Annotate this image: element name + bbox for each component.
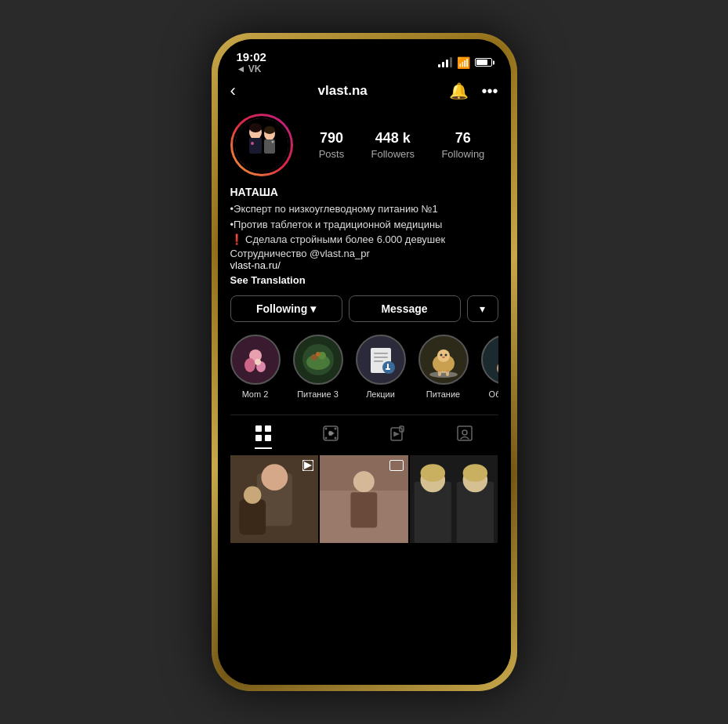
svg-point-74 (420, 464, 445, 482)
grid-item-3[interactable] (410, 455, 498, 544)
svg-rect-44 (265, 425, 271, 432)
highlight-pitanie[interactable]: Питание (418, 335, 469, 399)
nav-icons: 🔔 ••• (449, 81, 498, 100)
highlight-pitanie3[interactable]: Питание 3 (293, 335, 343, 399)
profile-name: НАТАША (230, 186, 498, 198)
highlight-label-pitanie3: Питание 3 (297, 389, 339, 399)
message-button[interactable]: Message (349, 295, 461, 322)
highlight-circle-pitanie (418, 335, 469, 385)
svg-point-69 (353, 471, 375, 492)
svg-rect-45 (255, 435, 262, 441)
svg-point-52 (334, 436, 336, 439)
dropdown-button[interactable]: ▾ (467, 295, 498, 322)
following-count: 76 (455, 130, 471, 147)
svg-rect-28 (386, 368, 390, 370)
battery-icon (475, 58, 492, 67)
svg-rect-24 (374, 357, 388, 358)
svg-point-36 (442, 357, 445, 358)
svg-point-9 (271, 141, 273, 143)
highlight-label-mom2: Mom 2 (242, 389, 269, 399)
avatar-wrapper (230, 114, 293, 176)
svg-point-35 (444, 353, 447, 356)
highlight-circle-mom2 (230, 335, 281, 385)
highlight-mom2[interactable]: Mom 2 (230, 335, 281, 399)
highlight-circle-obo-mne (481, 335, 498, 385)
highlight-circle-pitanie3 (293, 335, 343, 385)
status-left: 19:02 ◄ VK (237, 50, 266, 74)
svg-point-34 (440, 353, 442, 356)
tab-igtv[interactable] (364, 422, 432, 452)
signal-bar-3 (446, 60, 448, 67)
followers-count: 448 k (375, 130, 411, 147)
svg-point-7 (264, 126, 275, 134)
posts-label: Posts (319, 148, 345, 160)
igtv-icon (389, 425, 406, 446)
battery-fill (476, 60, 487, 65)
highlight-label-pitanie: Питание (426, 389, 460, 399)
profile-section: 790 Posts 448 k Followers 76 Following (218, 107, 511, 685)
highlight-obo-mne[interactable]: Обо мне (481, 335, 498, 399)
following-label: Following (441, 148, 484, 160)
avatar (235, 118, 288, 172)
svg-point-50 (334, 427, 336, 429)
photo-grid (230, 455, 498, 544)
profile-username: vlast.na (318, 83, 368, 99)
bottom-nav (230, 414, 498, 455)
bio-section: НАТАША •Эксперт по низкоуглеводному пита… (230, 186, 498, 286)
see-translation-button[interactable]: See Translation (230, 274, 498, 286)
svg-point-8 (251, 142, 254, 145)
svg-rect-46 (265, 435, 271, 441)
svg-point-64 (243, 486, 261, 504)
stat-following[interactable]: 76 Following (441, 130, 484, 160)
followers-label: Followers (371, 148, 415, 160)
reels-icon (322, 425, 339, 446)
posts-count: 790 (320, 130, 343, 147)
svg-point-6 (249, 123, 262, 132)
tab-grid[interactable] (230, 422, 298, 452)
notification-bell-icon[interactable]: 🔔 (449, 81, 469, 100)
tab-tagged[interactable] (431, 422, 498, 452)
svg-rect-3 (249, 138, 262, 154)
highlight-label-obo-mne: Обо мне (489, 389, 498, 399)
svg-rect-43 (255, 425, 262, 432)
status-back-label: ◄ VK (237, 63, 266, 74)
nav-bar: ‹ vlast.na 🔔 ••• (218, 78, 511, 107)
story-indicator-2 (389, 460, 404, 471)
svg-rect-23 (374, 353, 388, 354)
svg-rect-58 (458, 426, 472, 440)
signal-bar-4 (450, 57, 452, 67)
bio-line-2: •Против таблеток и традиционной медицины (230, 217, 498, 233)
stats-row: 790 Posts 448 k Followers 76 Following (306, 130, 498, 160)
svg-point-20 (316, 352, 321, 357)
svg-rect-70 (351, 492, 378, 527)
action-buttons: Following ▾ Message ▾ (230, 295, 498, 322)
svg-rect-63 (239, 499, 266, 534)
svg-marker-57 (394, 432, 400, 436)
svg-point-62 (261, 464, 288, 491)
tab-reels[interactable] (297, 422, 364, 452)
profile-top: 790 Posts 448 k Followers 76 Following (230, 114, 498, 176)
highlight-circle-lekcii (356, 335, 406, 385)
svg-rect-25 (374, 360, 383, 362)
signal-bar-2 (442, 62, 444, 67)
reel-indicator-1 (302, 460, 313, 473)
bio-website[interactable]: vlast-na.ru/ (230, 259, 498, 271)
phone-frame: 19:02 ◄ VK 📶 (212, 33, 517, 691)
back-button[interactable]: ‹ (230, 81, 236, 101)
svg-point-51 (324, 436, 327, 439)
following-button[interactable]: Following ▾ (230, 295, 342, 322)
highlights-row: Mom 2 (230, 335, 498, 402)
svg-point-31 (437, 349, 450, 362)
phone-inner: 19:02 ◄ VK 📶 (218, 39, 511, 685)
bio-line-3: ❗ Сделала стройными более 6.000 девушек (230, 232, 498, 248)
grid-item-1[interactable] (230, 455, 319, 544)
signal-bars (438, 57, 452, 67)
highlight-lekcii[interactable]: Лекции (356, 335, 406, 399)
more-options-icon[interactable]: ••• (481, 82, 498, 100)
status-time: 19:02 (237, 50, 266, 63)
tagged-icon (456, 425, 473, 446)
screen: 19:02 ◄ VK 📶 (218, 39, 511, 685)
grid-item-2[interactable] (320, 455, 408, 544)
svg-point-14 (255, 359, 261, 365)
grid-icon (255, 425, 272, 449)
